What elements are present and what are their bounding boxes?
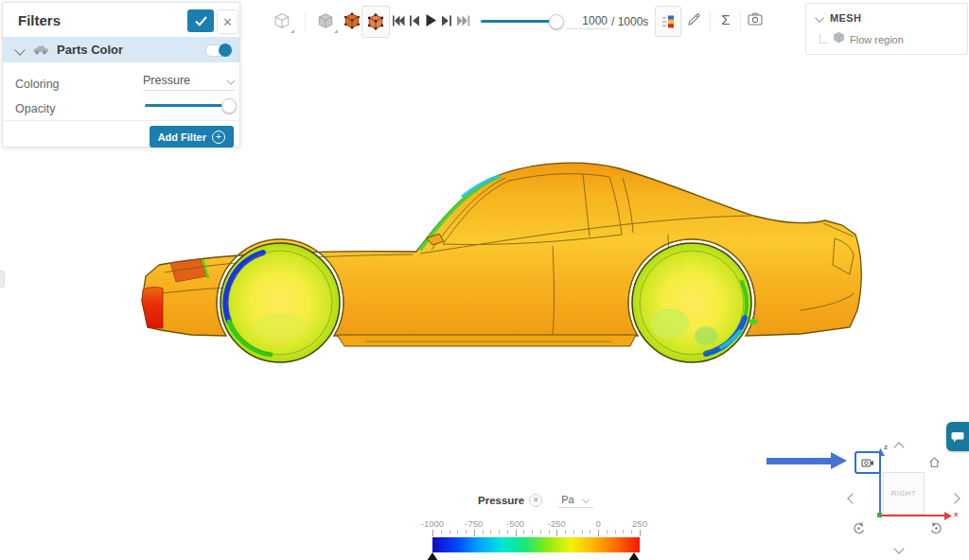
left-panel-handle[interactable]: [0, 271, 5, 288]
legend-tick-mark: [499, 530, 500, 534]
camera-view-icon: [861, 458, 874, 468]
opacity-slider[interactable]: [145, 104, 230, 107]
legend-tick-mark: [474, 530, 475, 536]
chevron-down-icon: [226, 76, 235, 84]
add-filter-button[interactable]: Add Filter +: [150, 126, 234, 148]
filter-parts-color-row[interactable]: Parts Color: [3, 37, 239, 62]
legend-tick-mark: [607, 530, 608, 534]
legend-toggle-icon: [661, 14, 676, 29]
chat-bubble-icon: [951, 431, 964, 443]
rotate-cw-icon: [929, 521, 943, 535]
legend-tick-mark: [631, 530, 632, 534]
tree-connector: [819, 34, 828, 44]
orbit-left-button[interactable]: [849, 489, 856, 506]
legend-tick-mark: [640, 530, 641, 536]
apply-filters-button[interactable]: [187, 9, 214, 32]
chevron-right-icon: [949, 493, 960, 503]
toolbar-separator: [740, 11, 741, 30]
add-filter-label: Add Filter: [158, 131, 206, 143]
close-filters-button[interactable]: ✕: [217, 9, 238, 34]
toolbar-separator: [305, 12, 306, 31]
screenshot-button[interactable]: [748, 12, 763, 26]
legend-tick-mark: [598, 530, 599, 536]
filters-panel-title: Filters: [18, 12, 61, 28]
orbit-right-button[interactable]: [951, 489, 959, 506]
time-total-label: / 1000s: [611, 15, 648, 28]
time-input[interactable]: [566, 13, 609, 29]
screenshot-view-button[interactable]: [854, 451, 881, 474]
car-model-render: [138, 151, 869, 371]
play-icon: [425, 13, 437, 27]
legend-tick-mark: [516, 530, 517, 536]
time-slider[interactable]: [481, 20, 560, 23]
legend-tick-mark: [582, 530, 583, 534]
legend-unit-value: Pa: [561, 494, 573, 505]
legend-tick-mark: [532, 530, 533, 534]
legend-tick-label: 250: [632, 518, 647, 529]
scene-tree-root-label: MESH: [830, 12, 861, 24]
legend-tick-label: -500: [506, 518, 524, 529]
legend-tick-mark: [556, 530, 557, 536]
opacity-slider-handle[interactable]: [221, 98, 237, 114]
legend-toggle-button[interactable]: [655, 6, 681, 37]
skip-to-end-button[interactable]: [456, 14, 470, 27]
coloring-label: Coloring: [15, 75, 60, 92]
legend-tick-mark: [565, 530, 566, 534]
filter-visibility-toggle[interactable]: [205, 44, 232, 57]
rotate-cw-button[interactable]: [929, 521, 943, 539]
wireframe-cube-icon: [273, 12, 291, 29]
legend-max-handle[interactable]: [628, 552, 640, 560]
play-button[interactable]: [425, 13, 437, 27]
view-cube-face-right[interactable]: RIGHT: [883, 472, 925, 515]
chevron-down-icon: [815, 13, 824, 23]
wireframe-view-button[interactable]: [269, 8, 295, 34]
coloring-value: Pressure: [143, 74, 190, 87]
legend-tick-mark: [540, 530, 541, 534]
check-icon: [195, 16, 207, 26]
step-forward-button[interactable]: [441, 14, 452, 27]
legend-tick-marks: [432, 530, 640, 537]
skip-to-start-button[interactable]: [392, 14, 405, 27]
step-back-icon: [409, 14, 420, 27]
x-axis-line: [880, 515, 946, 516]
rotate-ccw-button[interactable]: [852, 521, 866, 539]
filters-panel: Filters ✕ Parts Color Coloring Pressure …: [2, 2, 240, 148]
legend-tick-mark: [549, 530, 550, 534]
legend-tick-mark: [432, 530, 433, 536]
chevron-left-icon: [847, 493, 857, 503]
time-slider-handle[interactable]: [549, 14, 564, 29]
remove-field-icon[interactable]: ✕: [529, 494, 542, 507]
x-axis-arrowhead: [944, 512, 952, 520]
legend-tick-mark: [615, 530, 616, 534]
statistics-button[interactable]: Σ: [717, 11, 734, 27]
legend-field-label: Pressure: [478, 495, 524, 506]
orbit-up-button[interactable]: [895, 438, 903, 455]
legend-tick-mark: [457, 530, 458, 534]
legend-min-handle[interactable]: [427, 552, 438, 560]
scene-tree-root[interactable]: MESH: [816, 12, 861, 24]
chevron-up-icon: [893, 442, 904, 452]
close-icon: ✕: [222, 15, 233, 29]
annotate-button[interactable]: [687, 12, 701, 26]
scene-tree-item-label: Flow region: [850, 34, 904, 45]
chat-button[interactable]: [946, 422, 969, 451]
chevron-down-icon: [893, 543, 904, 553]
surface-mesh-points-view-button[interactable]: [361, 6, 390, 38]
orbit-down-button[interactable]: [895, 539, 903, 556]
coloring-select[interactable]: Pressure: [143, 71, 235, 91]
scene-tree-item-flow-region[interactable]: Flow region: [819, 31, 904, 44]
annotate-pencil-icon: [687, 12, 701, 26]
home-view-button[interactable]: [928, 455, 941, 472]
toolbar-separator: [710, 11, 711, 30]
statistics-sigma-icon: Σ: [721, 11, 730, 27]
step-back-button[interactable]: [409, 14, 420, 27]
solid-view-button[interactable]: [312, 8, 339, 34]
legend-tick-mark: [466, 530, 467, 534]
surface-mesh-cube-icon: [344, 12, 361, 29]
dropdown-corner-icon: [334, 29, 338, 33]
axis-origin-dot: [877, 513, 882, 517]
filters-footer: Add Filter +: [3, 120, 239, 148]
legend-unit-select[interactable]: Pa: [557, 494, 592, 508]
skip-to-start-icon: [392, 14, 405, 27]
legend-tick-mark: [590, 530, 590, 534]
